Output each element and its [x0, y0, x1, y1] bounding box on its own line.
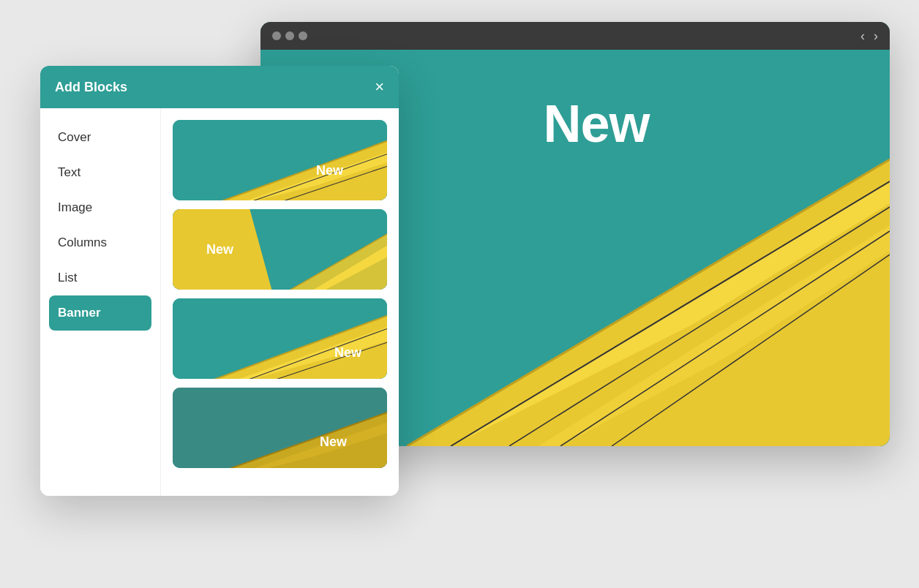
sidebar-item-text[interactable]: Text [40, 155, 160, 190]
thumb-label-1: New [316, 163, 343, 178]
browser-dot-1 [272, 31, 281, 40]
browser-nav[interactable]: ‹ › [860, 29, 878, 44]
browser-dot-2 [285, 31, 294, 40]
sidebar-item-columns[interactable]: Columns [40, 225, 160, 260]
sidebar-item-list[interactable]: List [40, 260, 160, 295]
nav-back-icon[interactable]: ‹ [860, 29, 865, 44]
modal-header: Add Blocks × [40, 66, 399, 108]
thumbnail-card-4[interactable]: New [173, 388, 387, 468]
browser-dots [272, 31, 307, 40]
browser-titlebar: ‹ › [260, 22, 890, 50]
thumb-label-2: New [206, 242, 233, 257]
new-heading: New [543, 94, 649, 154]
thumb-label-4: New [320, 434, 347, 450]
sidebar-item-cover[interactable]: Cover [40, 120, 160, 155]
thumbnail-card-1[interactable]: New [173, 120, 387, 200]
modal-body: Cover Text Image Columns List Banner [40, 108, 399, 496]
thumb-label-3: New [334, 345, 361, 361]
nav-forward-icon[interactable]: › [874, 29, 878, 44]
browser-dot-3 [299, 31, 307, 40]
thumbnail-card-2[interactable]: New [173, 209, 387, 290]
thumbnail-card-3[interactable]: New [173, 298, 387, 379]
add-blocks-modal: Add Blocks × Cover Text Image Columns Li… [40, 66, 399, 496]
modal-close-button[interactable]: × [375, 79, 384, 95]
modal-title: Add Blocks [55, 80, 127, 95]
sidebar-item-image[interactable]: Image [40, 190, 160, 225]
sidebar-item-banner[interactable]: Banner [49, 295, 151, 331]
thumbnail-grid: New New [161, 108, 399, 496]
modal-sidebar: Cover Text Image Columns List Banner [40, 108, 161, 496]
